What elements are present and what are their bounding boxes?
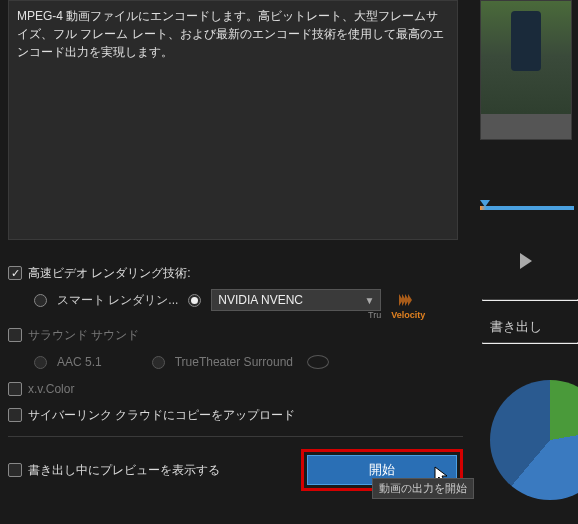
truetheater-label: TrueTheater Surround [175, 355, 293, 369]
velocity-arrows-icon [399, 294, 411, 306]
truetheater-radio [152, 356, 165, 369]
surround-sound-row: サラウンド サウンド [8, 322, 463, 348]
aac51-label: AAC 5.1 [57, 355, 102, 369]
export-settings-panel: MPEG-4 動画ファイルにエンコードします。高ビットレート、大型フレームサイズ… [0, 0, 470, 524]
export-info-title: 書き出し [490, 318, 542, 336]
true-velocity-badge [399, 294, 411, 306]
options-area: 高速ビデオ レンダリング技術: スマート レンダリン... NVIDIA NVE… [8, 260, 463, 495]
xvcolor-label: x.v.Color [28, 382, 74, 396]
hw-encoder-value: NVIDIA NVENC [218, 293, 303, 307]
play-icon[interactable] [520, 253, 532, 269]
highspeed-rendering-checkbox[interactable] [8, 266, 22, 280]
aac51-radio [34, 356, 47, 369]
preview-during-export-label: 書き出し中にプレビューを表示する [28, 462, 220, 479]
smart-rendering-radio[interactable] [34, 294, 47, 307]
start-tooltip: 動画の出力を開始 [372, 478, 474, 499]
cyberlink-cloud-label: サイバーリンク クラウドにコピーをアップロード [28, 407, 295, 424]
start-button-label: 開始 [369, 461, 395, 479]
surround-sound-label: サラウンド サウンド [28, 327, 139, 344]
velocity-word: Velocity [391, 310, 425, 320]
smart-rendering-label: スマート レンダリン... [57, 292, 178, 309]
hw-encoder-radio[interactable] [188, 294, 201, 307]
right-divider [482, 342, 578, 344]
right-preview-panel: 書き出し [480, 0, 578, 524]
surround-sound-checkbox[interactable] [8, 328, 22, 342]
eye-icon [307, 355, 329, 369]
velocity-prefix: Tru [368, 310, 381, 320]
format-description: MPEG-4 動画ファイルにエンコードします。高ビットレート、大型フレームサイズ… [8, 0, 458, 240]
cyberlink-cloud-checkbox[interactable] [8, 408, 22, 422]
right-divider-top [482, 299, 578, 301]
xvcolor-checkbox[interactable] [8, 382, 22, 396]
timeline-bar[interactable] [480, 206, 574, 210]
preview-thumbnail [480, 0, 572, 140]
divider [8, 436, 463, 437]
disk-usage-pie [490, 380, 578, 500]
surround-sub-row: AAC 5.1 TrueTheater Surround [8, 348, 463, 376]
highspeed-rendering-row: 高速ビデオ レンダリング技術: [8, 260, 463, 286]
hw-encoder-dropdown[interactable]: NVIDIA NVENC ▼ [211, 289, 381, 311]
cyberlink-cloud-row: サイバーリンク クラウドにコピーをアップロード [8, 402, 463, 428]
xvcolor-row: x.v.Color [8, 376, 463, 402]
highspeed-rendering-label: 高速ビデオ レンダリング技術: [28, 265, 191, 282]
preview-during-export-checkbox[interactable] [8, 463, 22, 477]
preview-during-export-group: 書き出し中にプレビューを表示する [8, 462, 220, 479]
chevron-down-icon: ▼ [364, 295, 374, 306]
